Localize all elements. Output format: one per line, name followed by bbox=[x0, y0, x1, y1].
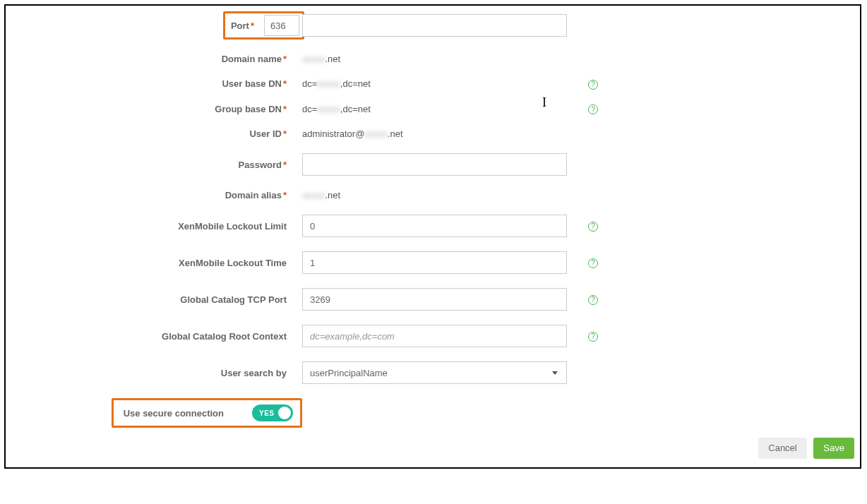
password-row: Password* bbox=[6, 153, 860, 176]
lockout-limit-label: XenMobile Lockout Limit bbox=[6, 221, 302, 232]
domain-name-row: Domain name* xxxxx.net bbox=[6, 54, 860, 64]
domain-name-label: Domain name* bbox=[6, 54, 302, 64]
domain-alias-label: Domain alias* bbox=[6, 190, 302, 200]
help-icon[interactable]: ? bbox=[588, 104, 598, 114]
user-search-by-select[interactable]: userPrincipalName bbox=[302, 361, 567, 384]
gc-tcp-port-input[interactable] bbox=[302, 288, 567, 311]
lockout-limit-input[interactable] bbox=[302, 215, 567, 237]
group-base-dn-label: Group base DN* bbox=[6, 104, 302, 114]
use-secure-highlight: Use secure connection YES bbox=[112, 398, 302, 428]
port-highlight-box: Port* bbox=[223, 11, 304, 40]
user-id-label: User ID* bbox=[6, 128, 302, 139]
toggle-knob bbox=[278, 407, 291, 419]
user-base-dn-row: User base DN* dc=xxxxx,dc=net ? bbox=[6, 78, 860, 90]
group-base-dn-row: Group base DN* dc=xxxxx,dc=net I ? bbox=[6, 104, 860, 115]
user-search-by-label: User search by bbox=[6, 368, 302, 378]
help-icon[interactable]: ? bbox=[588, 222, 598, 232]
user-base-dn-label: User base DN* bbox=[6, 78, 302, 89]
group-base-dn-input[interactable]: dc=xxxxx,dc=net bbox=[302, 104, 567, 114]
user-id-row: User ID* administrator@xxxxx.net bbox=[6, 128, 860, 139]
user-search-by-row: User search by userPrincipalName bbox=[6, 361, 860, 384]
use-secure-toggle[interactable]: YES bbox=[252, 404, 293, 421]
gc-root-ctx-label: Global Catalog Root Context bbox=[6, 331, 302, 342]
domain-alias-input[interactable]: xxxxx.net bbox=[302, 190, 567, 200]
form-container: Port* Domain name* xxxxx.net User base D… bbox=[4, 4, 861, 469]
domain-alias-row: Domain alias* xxxxx.net bbox=[6, 190, 860, 200]
gc-tcp-port-label: Global Catalog TCP Port bbox=[6, 294, 302, 305]
password-label: Password* bbox=[6, 160, 302, 170]
user-id-input[interactable]: administrator@xxxxx.net bbox=[302, 128, 567, 139]
lockout-time-row: XenMobile Lockout Time ? bbox=[6, 251, 860, 274]
domain-name-input[interactable]: xxxxx.net bbox=[302, 54, 567, 64]
port-label: Port* bbox=[227, 20, 264, 31]
toggle-text: YES bbox=[252, 409, 275, 417]
use-secure-row: Use secure connection YES bbox=[6, 398, 860, 428]
save-button[interactable]: Save bbox=[813, 438, 854, 459]
password-input[interactable] bbox=[302, 153, 567, 176]
text-cursor-icon: I bbox=[542, 95, 546, 110]
chevron-down-icon bbox=[552, 371, 558, 375]
lockout-limit-row: XenMobile Lockout Limit ? bbox=[6, 215, 860, 237]
lockout-time-label: XenMobile Lockout Time bbox=[6, 258, 302, 268]
gc-root-ctx-row: Global Catalog Root Context ? bbox=[6, 325, 860, 347]
gc-tcp-port-row: Global Catalog TCP Port ? bbox=[6, 288, 860, 311]
use-secure-label: Use secure connection bbox=[116, 408, 252, 419]
lockout-time-input[interactable] bbox=[302, 251, 567, 274]
port-mini-input[interactable] bbox=[264, 15, 299, 36]
port-row: Port* bbox=[6, 11, 860, 40]
help-icon[interactable]: ? bbox=[588, 258, 598, 268]
user-search-by-value: userPrincipalName bbox=[310, 368, 388, 378]
cancel-button[interactable]: Cancel bbox=[758, 438, 806, 459]
help-icon[interactable]: ? bbox=[588, 295, 598, 305]
port-input[interactable] bbox=[302, 14, 567, 37]
help-icon[interactable]: ? bbox=[588, 80, 598, 90]
help-icon[interactable]: ? bbox=[588, 332, 598, 342]
user-base-dn-input[interactable]: dc=xxxxx,dc=net bbox=[302, 78, 567, 89]
footer: Cancel Save bbox=[6, 435, 860, 462]
gc-root-ctx-input[interactable] bbox=[302, 325, 567, 347]
